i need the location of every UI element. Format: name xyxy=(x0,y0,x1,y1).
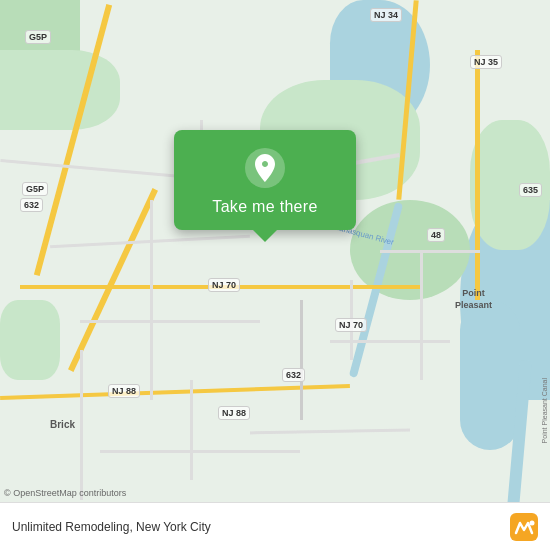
nj35-road xyxy=(475,50,480,300)
local-road-3 xyxy=(150,200,153,400)
nj35-label: NJ 35 xyxy=(470,55,502,69)
map-attribution-overlay: © OpenStreetMap contributors xyxy=(4,488,126,498)
take-me-there-label: Take me there xyxy=(212,198,317,216)
gsp-label-top: G5P xyxy=(25,30,51,44)
nj70-label-right: NJ 70 xyxy=(335,318,367,332)
moovit-icon xyxy=(510,513,538,541)
map-container: G5P G5P NJ 34 NJ 35 NJ 70 NJ 70 NJ 88 NJ… xyxy=(0,0,550,550)
r632-label-left: 632 xyxy=(20,198,43,212)
local-road-4 xyxy=(80,320,260,323)
green-patch-2 xyxy=(0,300,60,380)
svg-point-2 xyxy=(530,520,535,525)
r632-label-right: 632 xyxy=(282,368,305,382)
r48-label: 48 xyxy=(427,228,445,242)
svg-rect-1 xyxy=(510,513,538,541)
point-pleasant-canal-label: Point Pleasant Canal xyxy=(541,378,548,443)
local-road-11 xyxy=(190,380,193,480)
nj34-label: NJ 34 xyxy=(370,8,402,22)
app-name-label: Unlimited Remodeling, New York City xyxy=(12,520,211,534)
local-road-9 xyxy=(100,450,300,453)
point-pleasant-label: PointPleasant xyxy=(455,288,492,311)
local-road-13 xyxy=(420,250,423,380)
moovit-logo xyxy=(510,513,538,541)
take-me-there-card[interactable]: Take me there xyxy=(174,130,356,230)
nj88-label-left: NJ 88 xyxy=(108,384,140,398)
nj70-label-left: NJ 70 xyxy=(208,278,240,292)
r635-label: 635 xyxy=(519,183,542,197)
nj88-label-right: NJ 88 xyxy=(218,406,250,420)
water-right2 xyxy=(460,300,520,450)
brick-city-label: Brick xyxy=(50,419,75,430)
bottom-bar: Unlimited Remodeling, New York City xyxy=(0,502,550,550)
green-patch-1 xyxy=(0,50,120,130)
gsp-label-mid: G5P xyxy=(22,182,48,196)
local-road-14 xyxy=(380,250,480,253)
local-road-5 xyxy=(300,300,303,420)
local-road-7 xyxy=(80,350,83,500)
local-road-6 xyxy=(330,340,450,343)
location-pin-icon xyxy=(243,146,287,190)
